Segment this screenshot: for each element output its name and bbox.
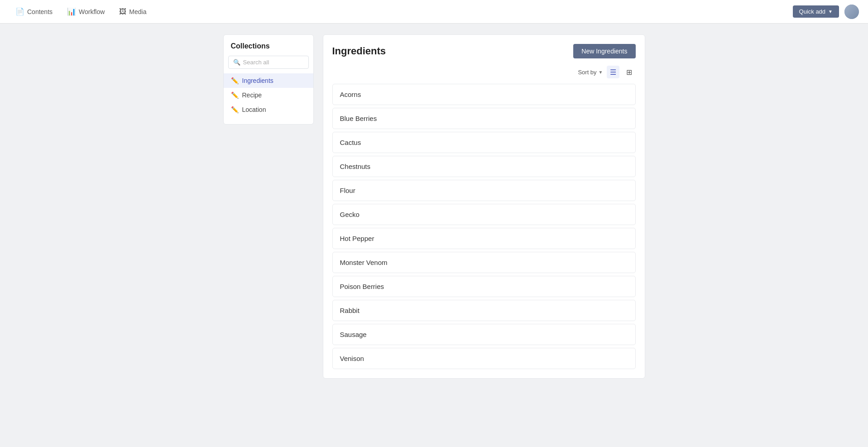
grid-view-icon: ⊞ <box>626 68 632 77</box>
contents-icon: 📄 <box>15 7 24 16</box>
grid-view-button[interactable]: ⊞ <box>623 66 636 78</box>
sidebar-item-recipe-label: Recipe <box>242 91 262 99</box>
tab-media-label: Media <box>129 8 146 15</box>
search-box[interactable]: 🔍 <box>228 56 309 69</box>
avatar-image <box>844 5 859 19</box>
list-item[interactable]: Cactus <box>332 132 636 153</box>
list-item[interactable]: Venison <box>332 348 636 369</box>
list-item[interactable]: Sausage <box>332 324 636 345</box>
sidebar-item-location[interactable]: ✏️ Location <box>224 102 313 117</box>
quick-add-label: Quick add <box>799 8 826 15</box>
content-area: Ingredients New Ingredients Sort by ▼ ☰ … <box>323 34 645 379</box>
tab-workflow-label: Workflow <box>79 8 105 15</box>
list-item[interactable]: Acorns <box>332 84 636 105</box>
list-item[interactable]: Blue Berries <box>332 108 636 129</box>
user-avatar[interactable] <box>844 5 859 19</box>
sidebar: Collections 🔍 ✏️ Ingredients ✏️ Recipe ✏… <box>223 34 314 125</box>
list-item[interactable]: Poison Berries <box>332 276 636 297</box>
tab-contents[interactable]: 📄 Contents <box>9 4 59 19</box>
page-title: Ingredients <box>332 45 386 57</box>
list-view-icon: ☰ <box>610 68 616 77</box>
sort-arrow-icon: ▼ <box>599 70 603 75</box>
sort-by-label: Sort by <box>578 69 596 76</box>
collections-title: Collections <box>224 42 313 56</box>
list-item[interactable]: Rabbit <box>332 300 636 321</box>
workflow-icon: 📊 <box>67 7 76 16</box>
list-item[interactable]: Hot Pepper <box>332 228 636 249</box>
list-item[interactable]: Monster Venom <box>332 252 636 273</box>
tab-workflow[interactable]: 📊 Workflow <box>61 4 111 19</box>
quick-add-arrow-icon: ▼ <box>828 9 833 14</box>
list-item[interactable]: Flour <box>332 180 636 201</box>
nav-right: Quick add ▼ <box>793 5 859 19</box>
ingredients-list: AcornsBlue BerriesCactusChestnutsFlourGe… <box>332 84 636 369</box>
new-ingredients-button[interactable]: New Ingredients <box>573 44 635 58</box>
list-controls: Sort by ▼ ☰ ⊞ <box>332 66 636 78</box>
list-item[interactable]: Chestnuts <box>332 156 636 177</box>
media-icon: 🖼 <box>119 8 126 16</box>
content-header: Ingredients New Ingredients <box>332 44 636 58</box>
ingredients-collection-icon: ✏️ <box>231 77 239 84</box>
tab-media[interactable]: 🖼 Media <box>113 4 153 19</box>
list-view-button[interactable]: ☰ <box>607 66 619 78</box>
sidebar-item-ingredients-label: Ingredients <box>242 77 273 84</box>
top-navigation: 📄 Contents 📊 Workflow 🖼 Media Quick add … <box>0 0 868 24</box>
search-input[interactable] <box>243 59 304 66</box>
list-item[interactable]: Gecko <box>332 204 636 225</box>
main-layout: Collections 🔍 ✏️ Ingredients ✏️ Recipe ✏… <box>212 24 656 389</box>
sidebar-item-ingredients[interactable]: ✏️ Ingredients <box>224 73 313 88</box>
tab-contents-label: Contents <box>27 8 53 15</box>
recipe-collection-icon: ✏️ <box>231 91 239 99</box>
sort-by-control[interactable]: Sort by ▼ <box>578 69 603 76</box>
sidebar-item-location-label: Location <box>242 106 266 113</box>
quick-add-button[interactable]: Quick add ▼ <box>793 5 839 18</box>
location-collection-icon: ✏️ <box>231 106 239 113</box>
sidebar-item-recipe[interactable]: ✏️ Recipe <box>224 88 313 102</box>
nav-tabs: 📄 Contents 📊 Workflow 🖼 Media <box>9 4 153 19</box>
search-icon: 🔍 <box>233 59 240 66</box>
